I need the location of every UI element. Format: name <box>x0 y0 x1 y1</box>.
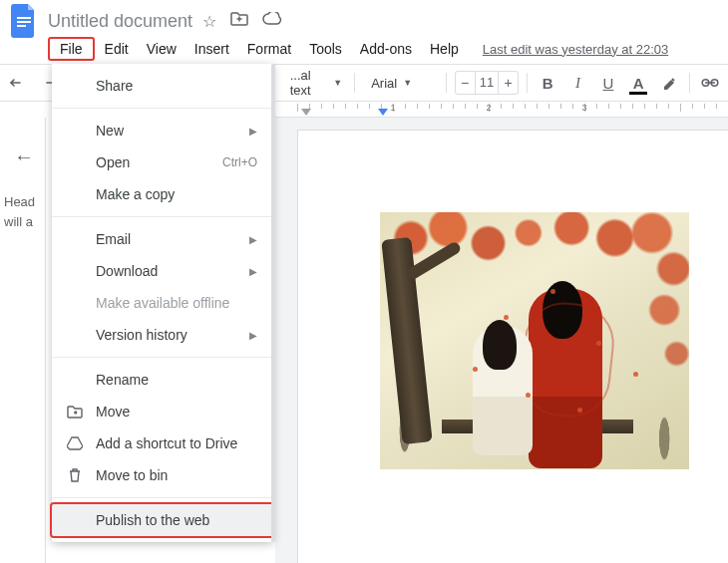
first-line-indent-marker[interactable] <box>378 109 388 116</box>
undo-button[interactable] <box>6 69 30 97</box>
menu-open[interactable]: Open Ctrl+O <box>52 146 273 178</box>
blank-icon <box>66 294 84 312</box>
page[interactable] <box>297 130 728 563</box>
submenu-arrow-icon: ▶ <box>249 234 257 245</box>
star-icon[interactable]: ☆ <box>202 12 216 31</box>
blank-icon <box>66 511 84 529</box>
blank-icon <box>66 326 84 344</box>
blank-icon <box>66 371 84 389</box>
menu-add-shortcut[interactable]: Add a shortcut to Drive <box>52 427 273 459</box>
blank-icon <box>66 122 84 140</box>
font-size-stepper: − 11 + <box>455 71 520 95</box>
menu-move-to-bin-label: Move to bin <box>96 467 257 483</box>
paragraph-style-select[interactable]: ...al text ▼ <box>282 70 347 96</box>
menu-tools[interactable]: Tools <box>301 37 350 61</box>
image-content <box>380 212 689 469</box>
link-icon <box>701 78 719 88</box>
menu-share-label: Share <box>96 78 257 94</box>
drive-shortcut-icon <box>66 434 84 452</box>
menu-view[interactable]: View <box>139 37 184 61</box>
menu-download[interactable]: Download ▶ <box>52 255 273 287</box>
bold-button[interactable]: B <box>536 69 559 97</box>
insert-link-button[interactable] <box>698 69 722 97</box>
outline-placeholder: Head will a <box>0 192 45 231</box>
menu-rename[interactable]: Rename <box>52 364 273 396</box>
menu-new-label: New <box>96 123 237 139</box>
chevron-down-icon: ▼ <box>333 78 342 88</box>
menu-move[interactable]: Move <box>52 396 273 427</box>
document-title[interactable]: Untitled document <box>48 11 192 32</box>
menu-separator <box>52 497 273 498</box>
ruler-track: 123 <box>297 102 724 117</box>
menu-file[interactable]: File <box>48 37 95 61</box>
last-edit-link[interactable]: Last edit was yesterday at 22:03 <box>483 42 668 57</box>
outline-collapse-button[interactable]: ← <box>0 145 45 168</box>
submenu-arrow-icon: ▶ <box>249 266 257 277</box>
move-to-folder-icon[interactable] <box>230 12 248 31</box>
menu-insert[interactable]: Insert <box>186 37 237 61</box>
svg-rect-2 <box>17 25 26 27</box>
chevron-down-icon: ▼ <box>403 78 412 88</box>
docs-icon <box>11 4 37 38</box>
menu-offline: Make available offline <box>52 287 273 319</box>
submenu-arrow-icon: ▶ <box>249 330 257 341</box>
menubar: File Edit View Insert Format Tools Add-o… <box>0 34 728 64</box>
blank-icon <box>66 153 84 171</box>
outline-text-2: will a <box>4 214 33 229</box>
paragraph-style-label: ...al text <box>290 68 328 98</box>
underline-button[interactable]: U <box>596 69 620 97</box>
menu-new[interactable]: New ▶ <box>52 115 273 146</box>
menu-move-label: Move <box>96 404 257 420</box>
separator <box>689 73 690 93</box>
font-size-increase[interactable]: + <box>499 75 518 91</box>
highlighter-icon <box>661 75 677 91</box>
menu-open-label: Open <box>96 154 210 170</box>
blank-icon <box>66 262 84 280</box>
cloud-status-icon[interactable] <box>262 12 282 31</box>
text-color-button[interactable]: A <box>626 69 650 97</box>
svg-rect-0 <box>17 17 31 19</box>
menu-format[interactable]: Format <box>239 37 299 61</box>
menu-version-history[interactable]: Version history ▶ <box>52 319 273 351</box>
blank-icon <box>66 230 84 248</box>
separator <box>527 73 528 93</box>
menu-download-label: Download <box>96 263 237 279</box>
menu-publish-to-web[interactable]: Publish to the web <box>52 504 273 536</box>
outline-text-1: Head <box>4 194 35 209</box>
font-label: Arial <box>371 76 397 91</box>
left-indent-marker[interactable] <box>301 109 311 116</box>
font-size-decrease[interactable]: − <box>456 75 475 91</box>
italic-button[interactable]: I <box>565 69 589 97</box>
menu-offline-label: Make available offline <box>96 295 257 311</box>
menu-separator <box>52 357 273 358</box>
menu-add-shortcut-label: Add a shortcut to Drive <box>96 435 257 451</box>
menu-share[interactable]: Share <box>52 70 273 102</box>
font-size-value[interactable]: 11 <box>475 72 500 94</box>
menu-rename-label: Rename <box>96 372 257 388</box>
blank-icon <box>66 77 84 95</box>
menu-open-shortcut: Ctrl+O <box>222 155 257 169</box>
menu-email[interactable]: Email ▶ <box>52 223 273 255</box>
blank-icon <box>66 185 84 203</box>
menu-edit[interactable]: Edit <box>97 37 137 61</box>
svg-rect-1 <box>17 21 31 23</box>
trash-icon <box>66 466 84 484</box>
file-menu-dropdown: Share New ▶ Open Ctrl+O Make a copy Emai… <box>52 64 273 542</box>
menu-version-history-label: Version history <box>96 327 237 343</box>
menu-separator <box>52 216 273 217</box>
menu-addons[interactable]: Add-ons <box>352 37 420 61</box>
move-icon <box>66 403 84 421</box>
menu-help[interactable]: Help <box>422 37 467 61</box>
submenu-arrow-icon: ▶ <box>249 126 257 137</box>
menu-move-to-bin[interactable]: Move to bin <box>52 459 273 491</box>
highlight-button[interactable] <box>656 69 680 97</box>
ruler[interactable]: 123 <box>275 102 728 118</box>
separator <box>446 73 447 93</box>
font-select[interactable]: Arial ▼ <box>363 70 438 96</box>
embedded-image[interactable] <box>380 212 689 469</box>
app-logo[interactable] <box>6 3 42 39</box>
outline-panel: ← Head will a <box>0 118 46 563</box>
titlebar: Untitled document ☆ <box>0 0 728 34</box>
document-canvas[interactable] <box>275 118 728 563</box>
menu-make-copy[interactable]: Make a copy <box>52 178 273 210</box>
